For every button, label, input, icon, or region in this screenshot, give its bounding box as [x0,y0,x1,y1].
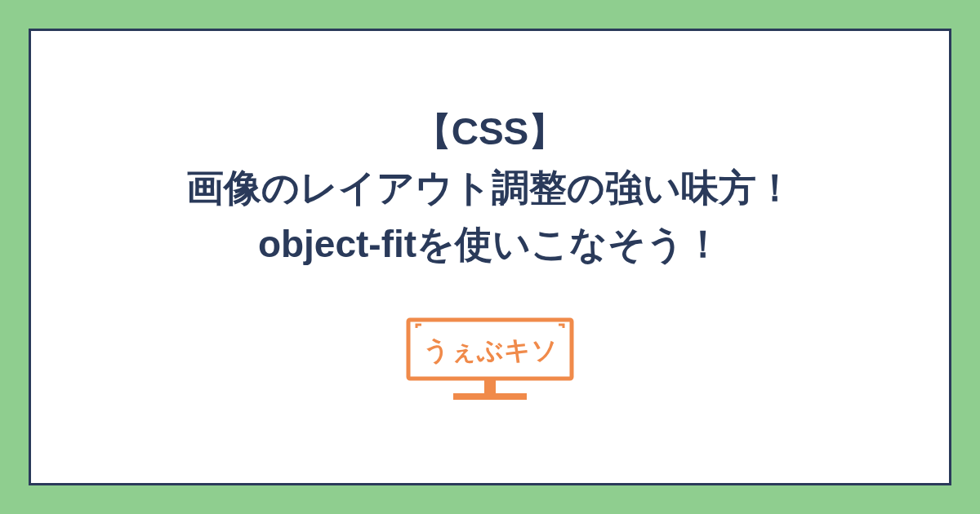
title-block: 【CSS】 画像のレイアウト調整の強い味方！ object-fitを使いこなそう… [186,104,794,273]
content-card: 【CSS】 画像のレイアウト調整の強い味方！ object-fitを使いこなそう… [29,29,951,485]
monitor-icon: うぇぶキソ [392,313,588,411]
svg-rect-1 [484,379,496,393]
title-line-3: object-fitを使いこなそう！ [186,216,794,273]
svg-rect-2 [453,393,527,400]
title-line-2: 画像のレイアウト調整の強い味方！ [186,160,794,216]
logo-block: うぇぶキソ [392,313,588,411]
logo-text-svg: うぇぶキソ [423,335,558,365]
title-line-1: 【CSS】 [186,104,794,160]
